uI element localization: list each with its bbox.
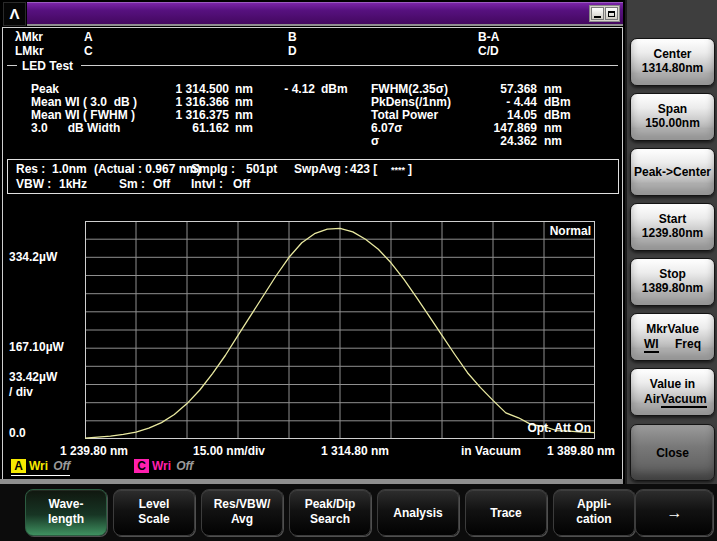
menu-item-peak-dip-search[interactable]: Peak/Dip Search: [289, 489, 371, 536]
menu-label: Avg: [202, 512, 282, 527]
menu-item-wavelength[interactable]: Wave- length: [25, 489, 107, 536]
close-button[interactable]: Close: [630, 424, 715, 481]
start-wavelength-button[interactable]: Start 1239.80nm: [630, 203, 715, 251]
menu-label: length: [26, 512, 106, 527]
res-label: Res :: [16, 162, 45, 176]
value-in-vacuum-option[interactable]: Vacuum: [661, 392, 707, 408]
sampling-label: Smplg :: [191, 162, 235, 176]
softkey-label: MkrValue: [631, 322, 714, 336]
marker-diff-label: B-A: [478, 31, 499, 44]
softkey-label: Stop: [631, 267, 714, 281]
measurement-unit: nm: [544, 135, 562, 148]
trace-c-state: Off: [176, 459, 193, 473]
menu-label: Level: [114, 497, 194, 512]
x-axis-per-div-label: 15.00 nm/div: [193, 445, 265, 458]
trace-c-indicator[interactable]: C Wri Off: [134, 458, 193, 474]
menu-label: Wave-: [26, 497, 106, 512]
maximize-button[interactable]: [605, 7, 618, 20]
trace-c-mode: Wri: [152, 459, 171, 473]
menu-item-application[interactable]: Appli- cation: [553, 489, 635, 536]
y-axis-label-mid: 167.10µW: [9, 341, 64, 354]
value-in-toggle-button[interactable]: Value in Air Vacuum: [630, 368, 715, 416]
marker-c-label: C: [84, 45, 93, 58]
sweep-average-label: SwpAvg :: [294, 162, 348, 176]
x-axis-stop-label: 1 389.80 nm: [547, 445, 615, 458]
level-marker-label: LMkr: [15, 45, 44, 58]
app-logo-icon: Λ: [3, 2, 26, 26]
value-in-air-option[interactable]: Air: [644, 392, 661, 408]
minimize-button[interactable]: [591, 7, 604, 20]
menu-label: Scale: [114, 512, 194, 527]
menu-label: Res/VBW/: [202, 497, 282, 512]
menu-more-button[interactable]: →: [635, 489, 713, 536]
x-axis-medium-label: in Vacuum: [461, 445, 521, 458]
trace-a-indicator[interactable]: A Wri Off: [11, 458, 70, 476]
optical-attenuator-status: Opt. Att On: [498, 422, 591, 435]
trace-c-badge: C: [134, 459, 149, 473]
sweep-average-progress: ****: [391, 163, 405, 177]
legend-line: [7, 65, 17, 66]
measurement-row-sigma: σ 24.362 nm: [3, 135, 622, 148]
title-bar: Λ: [2, 2, 623, 25]
menu-item-level-scale[interactable]: Level Scale: [113, 489, 195, 536]
softkey-label: Center: [631, 47, 714, 61]
res-actual-value: (Actual : 0.967 nm): [94, 162, 201, 176]
wavelength-marker-label: λMkr: [15, 31, 43, 44]
trace-mode-label: Normal: [523, 225, 591, 238]
spectrum-plot: [85, 221, 595, 439]
span-button[interactable]: Span 150.00nm: [630, 93, 715, 141]
legend-line: [81, 65, 618, 66]
res-value: 1.0nm: [52, 162, 87, 176]
marker-value-wl-option[interactable]: WI: [644, 337, 659, 353]
marker-value-toggle-button[interactable]: MkrValue WI Freq: [630, 313, 715, 361]
window-controls: [589, 5, 620, 22]
vbw-label: VBW :: [16, 177, 51, 191]
trace-a-mode: Wri: [29, 459, 48, 473]
smoothing-value: Off: [153, 177, 170, 191]
softkey-label: Start: [631, 212, 714, 226]
smoothing-label: Sm :: [119, 177, 145, 191]
window-title-bar[interactable]: [27, 2, 623, 26]
menu-label: cation: [554, 512, 634, 527]
marker-a-label: A: [84, 31, 93, 44]
vbw-value: 1kHz: [59, 177, 87, 191]
peak-to-center-button[interactable]: Peak->Center: [630, 148, 715, 196]
softkey-value: 1239.80nm: [631, 226, 714, 241]
x-axis-start-label: 1 239.80 nm: [60, 445, 128, 458]
more-arrow-icon: →: [667, 504, 682, 522]
y-axis-label-zero: 0.0: [9, 427, 26, 440]
softkey-value: 1314.80nm: [631, 61, 714, 76]
marker-b-label: B: [288, 31, 297, 44]
y-axis-label-top: 334.2µW: [9, 251, 57, 264]
analysis-section-header: LED Test: [7, 59, 618, 72]
menu-label: Appli-: [554, 497, 634, 512]
softkey-label: Span: [631, 102, 714, 116]
menu-item-trace[interactable]: Trace: [465, 489, 547, 536]
trace-a-state: Off: [53, 459, 70, 473]
center-wavelength-button[interactable]: Center 1314.80nm: [630, 38, 715, 86]
marker-ratio-label: C/D: [478, 45, 499, 58]
main-display: λMkr A B B-A LMkr C D C/D LED Test Peak …: [2, 27, 623, 480]
measurement-value: 24.362: [471, 135, 537, 148]
y-axis-per-div-value: 33.42µW: [9, 371, 57, 384]
marker-value-freq-option[interactable]: Freq: [675, 337, 701, 353]
stop-wavelength-button[interactable]: Stop 1389.80nm: [630, 258, 715, 306]
trace-a-badge: A: [11, 459, 26, 473]
menu-label: Search: [290, 512, 370, 527]
sampling-value: 501pt: [246, 162, 277, 176]
menu-item-res-vbw-avg[interactable]: Res/VBW/ Avg: [201, 489, 283, 536]
x-axis-center-label: 1 314.80 nm: [321, 445, 389, 458]
menu-label: Analysis: [393, 506, 442, 520]
interval-value: Off: [233, 177, 250, 191]
menu-item-analysis[interactable]: Analysis: [377, 489, 459, 536]
function-menu-bar: Wave- length Level Scale Res/VBW/ Avg Pe…: [0, 484, 717, 541]
measurement-label: σ: [371, 135, 379, 148]
softkey-value: 1389.80nm: [631, 281, 714, 296]
analysis-section-title: LED Test: [17, 60, 81, 72]
interval-label: Intvl :: [191, 177, 223, 191]
sweep-settings-box: Res : 1.0nm (Actual : 0.967 nm) Smplg : …: [7, 159, 619, 194]
sweep-average-bracket: ]: [408, 162, 412, 176]
osa-screen: Λ 3/5/2020 20:36:28 λMkr A B B-A LMkr C …: [0, 0, 717, 541]
softkey-sidebar: Center 1314.80nm Span 150.00nm Peak->Cen…: [625, 0, 717, 486]
menu-label: Peak/Dip: [290, 497, 370, 512]
